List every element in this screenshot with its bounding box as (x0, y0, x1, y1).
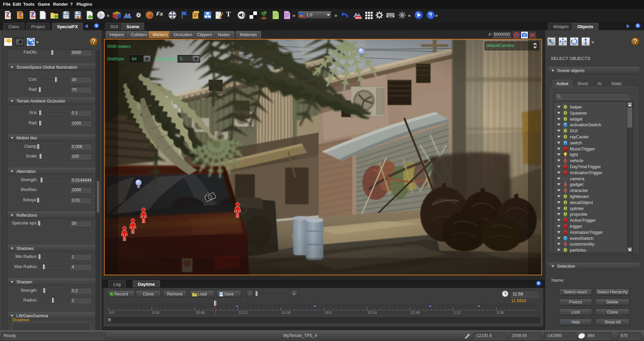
svg-text:?: ? (429, 12, 432, 18)
svg-text:As: As (76, 15, 82, 20)
svg-text:NEW: NEW (356, 16, 362, 19)
